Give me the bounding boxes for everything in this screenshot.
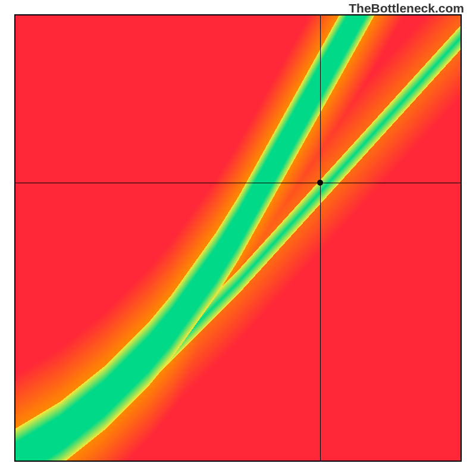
watermark-text: TheBottleneck.com (349, 1, 464, 15)
heatmap-canvas (15, 15, 461, 461)
data-point-marker (317, 180, 323, 186)
crosshair-vertical (320, 15, 321, 461)
heatmap-plot (14, 14, 462, 462)
crosshair-horizontal (15, 183, 461, 183)
